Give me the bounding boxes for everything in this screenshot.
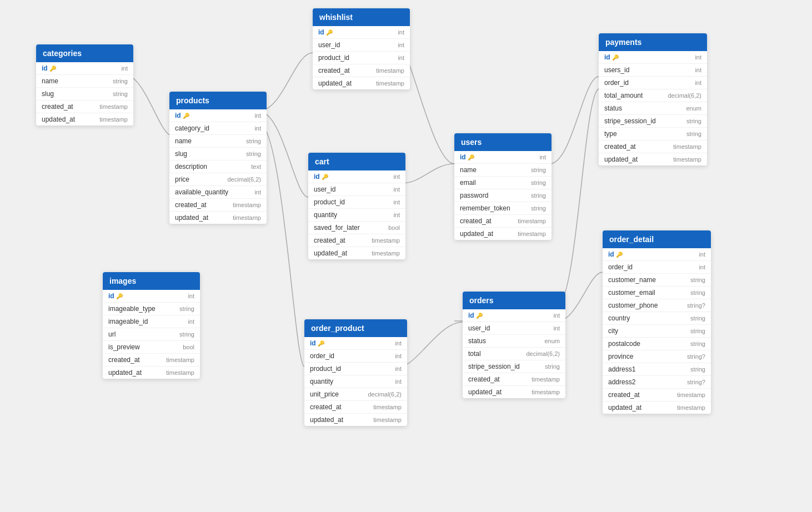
field-row: city string: [603, 325, 711, 338]
table-categories: categories id 🔑 int name string slug str…: [36, 44, 133, 126]
field-row: customer_phone string?: [603, 299, 711, 312]
field-row: address1 string: [603, 363, 711, 376]
field-row: available_quantity int: [169, 186, 267, 199]
field-row: email string: [454, 177, 552, 189]
field-row: quantity int: [304, 375, 407, 388]
field-row: is_preview bool: [103, 341, 200, 354]
field-row: updated_at timestamp: [454, 228, 552, 240]
field-row: imageable_id int: [103, 315, 200, 328]
field-row: stripe_session_id string: [599, 115, 707, 128]
field-row: id 🔑 int: [304, 337, 407, 350]
field-row: url string: [103, 328, 200, 341]
field-row: status enum: [463, 335, 565, 348]
field-row: created_at timestamp: [603, 389, 711, 401]
field-row: updated_at timestamp: [103, 367, 200, 379]
field-row: users_id int: [599, 64, 707, 77]
field-row: user_id int: [308, 183, 405, 196]
field-row: customer_name string: [603, 274, 711, 287]
field-row: id 🔑 int: [169, 109, 267, 122]
field-row: user_id int: [463, 322, 565, 335]
field-row: id 🔑 int: [603, 248, 711, 261]
field-row: order_id int: [603, 261, 711, 274]
field-row: id 🔑 int: [103, 290, 200, 303]
table-images: images id 🔑 int imageable_type string im…: [103, 272, 200, 379]
field-row: id 🔑 int: [308, 170, 405, 183]
field-row: updated_at timestamp: [169, 212, 267, 224]
table-header-categories: categories: [36, 44, 133, 62]
field-row: created_at timestamp: [599, 140, 707, 153]
field-row: id 🔑 int: [599, 51, 707, 64]
table-header-users: users: [454, 133, 552, 151]
field-row: saved_for_later bool: [308, 222, 405, 234]
field-row: created_at timestamp: [304, 401, 407, 414]
field-row: updated_at timestamp: [463, 386, 565, 398]
field-row: id 🔑 int: [36, 62, 133, 75]
field-row: product_id int: [304, 363, 407, 375]
table-header-whishlist: whishlist: [313, 8, 410, 26]
field-row: quantity int: [308, 209, 405, 222]
field-row: created_at timestamp: [463, 373, 565, 386]
table-header-order-product: order_product: [304, 319, 407, 337]
field-row: user_id int: [313, 39, 410, 52]
table-whishlist: whishlist id 🔑 int user_id int product_i…: [313, 8, 410, 89]
field-row: created_at timestamp: [454, 215, 552, 228]
field-row: id 🔑 int: [463, 309, 565, 322]
field-row: name string: [36, 75, 133, 88]
field-row: order_id int: [304, 350, 407, 363]
table-products: products id 🔑 int category_id int name s…: [169, 92, 267, 224]
diagram: categories id 🔑 int name string slug str…: [0, 0, 812, 512]
field-row: imageable_type string: [103, 303, 200, 315]
field-row: total_amount decimal(6,2): [599, 89, 707, 102]
field-row: created_at timestamp: [313, 64, 410, 77]
field-row: password string: [454, 189, 552, 202]
table-header-cart: cart: [308, 153, 405, 170]
table-order-detail: order_detail id 🔑 int order_id int custo…: [603, 230, 711, 414]
field-row: stripe_session_id string: [463, 360, 565, 373]
field-row: name string: [169, 135, 267, 148]
field-row: id 🔑 int: [454, 151, 552, 164]
field-row: updated_at timestamp: [308, 247, 405, 259]
field-row: country string: [603, 312, 711, 325]
table-header-products: products: [169, 92, 267, 109]
field-row: postalcode string: [603, 338, 711, 350]
field-row: updated_at timestamp: [599, 153, 707, 165]
field-row: total decimal(6,2): [463, 348, 565, 360]
field-row: created_at timestamp: [36, 101, 133, 113]
field-row: remember_token string: [454, 202, 552, 215]
field-row: slug string: [36, 88, 133, 101]
table-orders: orders id 🔑 int user_id int status enum …: [463, 292, 565, 398]
field-row: order_id int: [599, 77, 707, 89]
field-row: category_id int: [169, 122, 267, 135]
table-users: users id 🔑 int name string email string …: [454, 133, 552, 240]
field-row: province string?: [603, 350, 711, 363]
field-row: price decimal(6,2): [169, 173, 267, 186]
table-header-payments: payments: [599, 33, 707, 51]
field-row: type string: [599, 128, 707, 140]
field-row: updated_at timestamp: [304, 414, 407, 426]
field-row: slug string: [169, 148, 267, 160]
field-row: address2 string?: [603, 376, 711, 389]
table-payments: payments id 🔑 int users_id int order_id …: [599, 33, 707, 165]
field-row: product_id int: [308, 196, 405, 209]
field-row: updated_at timestamp: [313, 77, 410, 89]
field-row: created_at timestamp: [103, 354, 200, 367]
field-row: updated_at timestamp: [36, 113, 133, 126]
table-header-order-detail: order_detail: [603, 230, 711, 248]
field-row: id 🔑 int: [313, 26, 410, 39]
field-row: status enum: [599, 102, 707, 115]
field-row: created_at timestamp: [308, 234, 405, 247]
field-row: updated_at timestamp: [603, 401, 711, 414]
field-row: description text: [169, 160, 267, 173]
field-row: name string: [454, 164, 552, 177]
table-header-images: images: [103, 272, 200, 290]
table-cart: cart id 🔑 int user_id int product_id int…: [308, 153, 405, 259]
field-row: unit_price decimal(6,2): [304, 388, 407, 401]
field-row: created_at timestamp: [169, 199, 267, 212]
field-row: product_id int: [313, 52, 410, 64]
table-header-orders: orders: [463, 292, 565, 309]
table-order-product: order_product id 🔑 int order_id int prod…: [304, 319, 407, 426]
field-row: customer_email string: [603, 287, 711, 299]
